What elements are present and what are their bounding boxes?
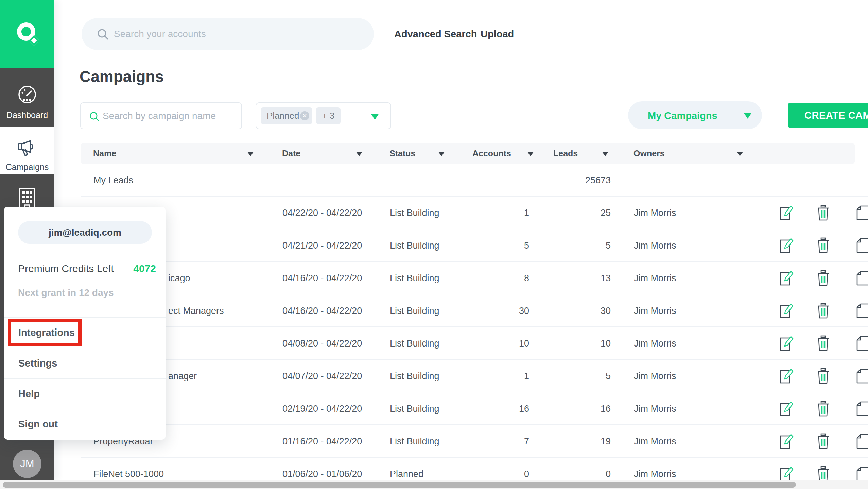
- horizontal-scrollbar-thumb[interactable]: [3, 482, 796, 488]
- duplicate-icon[interactable]: [856, 303, 868, 319]
- duplicate-icon[interactable]: [856, 237, 868, 254]
- accounts-cell: 1: [476, 360, 529, 392]
- delete-icon[interactable]: [815, 205, 831, 221]
- table-row[interactable]: ect Managers 04/16/20 - 04/22/20 List Bu…: [81, 294, 868, 327]
- edit-icon[interactable]: [779, 466, 795, 482]
- duplicate-icon[interactable]: [856, 335, 868, 352]
- delete-icon[interactable]: [815, 466, 831, 482]
- campaign-name-cell: anager: [168, 360, 197, 392]
- duplicate-icon[interactable]: [856, 368, 868, 384]
- sort-icon-status[interactable]: [438, 152, 445, 156]
- table-row[interactable]: 04/22/20 - 04/22/20 List Building 1 25 J…: [81, 197, 868, 229]
- sidebar-item-dashboard[interactable]: Dashboard: [0, 85, 54, 122]
- duplicate-icon[interactable]: [856, 433, 868, 450]
- column-header-name[interactable]: Name: [93, 143, 116, 164]
- column-header-owners[interactable]: Owners: [633, 143, 665, 164]
- scope-label: My Campaigns: [648, 110, 717, 121]
- date-cell: 04/16/20 - 04/22/20: [282, 294, 362, 327]
- menu-divider: [4, 317, 166, 318]
- upload-link[interactable]: Upload: [481, 29, 514, 40]
- table-row[interactable]: 02/19/20 - 04/22/20 List Building 16 16 …: [81, 392, 868, 425]
- filter-chip-planned: Planned ✕: [261, 107, 312, 124]
- delete-icon[interactable]: [815, 433, 831, 450]
- accounts-cell: 8: [476, 262, 529, 294]
- table-row[interactable]: 04/08/20 - 04/22/20 List Building 10 10 …: [81, 327, 868, 360]
- leads-cell: 19: [561, 425, 611, 458]
- sort-icon-leads[interactable]: [602, 152, 608, 156]
- table-row[interactable]: 04/21/20 - 04/22/20 List Building 5 5 Ji…: [81, 229, 868, 262]
- leads-cell: 16: [561, 392, 611, 425]
- remove-filter-icon[interactable]: ✕: [300, 111, 309, 120]
- campaigns-megaphone-icon: [17, 139, 37, 157]
- edit-icon[interactable]: [779, 303, 795, 319]
- leads-cell: 5: [561, 360, 611, 392]
- delete-icon[interactable]: [815, 401, 831, 417]
- table-row[interactable]: PropertyRadar 01/16/20 - 04/22/20 List B…: [81, 425, 868, 458]
- edit-icon[interactable]: [779, 205, 795, 221]
- delete-icon[interactable]: [815, 335, 831, 352]
- campaign-search: [80, 102, 242, 129]
- leads-cell: 13: [561, 262, 611, 294]
- accounts-cell: 30: [476, 294, 529, 327]
- owner-cell: Jim Morris: [634, 262, 676, 294]
- duplicate-icon[interactable]: [856, 466, 868, 482]
- sort-icon-name[interactable]: [247, 152, 254, 156]
- sidebar-item-campaigns[interactable]: Campaigns: [0, 127, 54, 174]
- edit-icon[interactable]: [779, 237, 795, 254]
- campaign-search-input[interactable]: [103, 103, 239, 129]
- delete-icon[interactable]: [815, 270, 831, 286]
- owner-cell: Jim Morris: [634, 229, 676, 262]
- status-filter-dropdown[interactable]: Planned ✕ + 3: [256, 102, 391, 129]
- campaign-scope-dropdown[interactable]: My Campaigns: [628, 101, 762, 129]
- accounts-cell: 16: [476, 392, 529, 425]
- edit-icon[interactable]: [779, 270, 795, 286]
- menu-item-settings[interactable]: Settings: [18, 358, 57, 369]
- column-header-accounts[interactable]: Accounts: [472, 143, 511, 164]
- duplicate-icon[interactable]: [856, 270, 868, 286]
- menu-item-sign-out[interactable]: Sign out: [18, 419, 58, 430]
- accounts-cell: 7: [476, 425, 529, 458]
- leads-cell: 25: [561, 197, 611, 229]
- advanced-search-link[interactable]: Advanced Search: [394, 29, 477, 40]
- accounts-search-input[interactable]: [114, 18, 359, 50]
- edit-icon[interactable]: [779, 433, 795, 450]
- account-email: jim@leadiq.com: [18, 221, 152, 244]
- leadiq-campaigns-page: { "colors": { "brand_green": "#0ed17e", …: [0, 0, 868, 489]
- chevron-down-icon[interactable]: [371, 114, 379, 120]
- delete-icon[interactable]: [815, 303, 831, 319]
- date-cell: 04/08/20 - 04/22/20: [282, 327, 362, 360]
- delete-icon[interactable]: [815, 237, 831, 254]
- delete-icon[interactable]: [815, 368, 831, 384]
- owner-cell: Jim Morris: [634, 197, 676, 229]
- horizontal-scrollbar-track[interactable]: [0, 480, 868, 489]
- table-row[interactable]: anager 04/07/20 - 04/22/20 List Building…: [81, 360, 868, 392]
- premium-credits-value: 4072: [133, 263, 156, 274]
- sort-icon-accounts[interactable]: [527, 152, 534, 156]
- search-icon: [89, 111, 100, 122]
- campaign-name-cell: My Leads: [93, 164, 133, 197]
- leads-cell: 30: [561, 294, 611, 327]
- edit-icon[interactable]: [779, 335, 795, 352]
- table-row[interactable]: icago 04/16/20 - 04/22/20 List Building …: [81, 262, 868, 294]
- table-row[interactable]: My Leads 25673: [81, 164, 868, 197]
- user-avatar[interactable]: JM: [13, 450, 41, 478]
- edit-icon[interactable]: [779, 368, 795, 384]
- column-header-leads[interactable]: Leads: [553, 143, 578, 164]
- leads-cell: 25673: [561, 164, 611, 197]
- duplicate-icon[interactable]: [856, 205, 868, 221]
- column-header-status[interactable]: Status: [389, 143, 415, 164]
- status-cell: List Building: [390, 360, 439, 392]
- edit-icon[interactable]: [779, 401, 795, 417]
- page-title: Campaigns: [80, 67, 164, 86]
- owner-cell: Jim Morris: [634, 392, 676, 425]
- sort-icon-date[interactable]: [356, 152, 362, 156]
- column-header-date[interactable]: Date: [282, 143, 300, 164]
- status-cell: List Building: [390, 327, 439, 360]
- sort-icon-owners[interactable]: [737, 152, 743, 156]
- leadiq-logo[interactable]: [0, 0, 54, 68]
- create-campaign-button[interactable]: CREATE CAMPAIGN: [788, 103, 868, 128]
- duplicate-icon[interactable]: [856, 401, 868, 417]
- status-cell: List Building: [390, 294, 439, 327]
- owner-cell: Jim Morris: [634, 425, 676, 458]
- menu-item-help[interactable]: Help: [18, 388, 40, 400]
